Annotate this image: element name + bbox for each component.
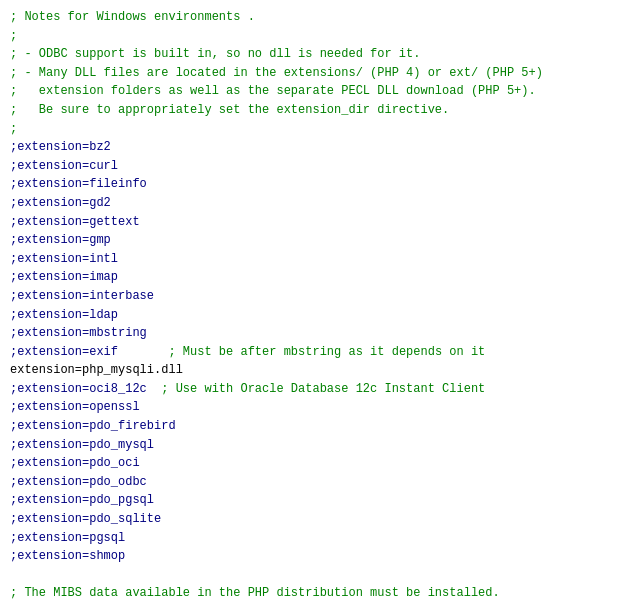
comment-line: ;	[10, 122, 17, 136]
inline-comment: ; Must be after mbstring as it depends o…	[118, 345, 485, 359]
directive-line: ;extension=pgsql	[10, 531, 125, 545]
comment-line: ; extension folders as well as the separ…	[10, 84, 536, 98]
comment-line: ; - Many DLL files are located in the ex…	[10, 66, 543, 80]
comment-line: ; Be sure to appropriately set the exten…	[10, 103, 449, 117]
directive-line: ;extension=shmop	[10, 549, 125, 563]
directive-line: ;extension=pdo_odbc	[10, 475, 147, 489]
directive-line: ;extension=fileinfo	[10, 177, 147, 191]
directive-line: ;extension=oci8_12c	[10, 382, 147, 396]
directive-line: ;extension=pdo_pgsql	[10, 493, 154, 507]
directive-line: ;extension=gd2	[10, 196, 111, 210]
directive-line: ;extension=imap	[10, 270, 118, 284]
directive-line: ;extension=pdo_firebird	[10, 419, 176, 433]
directive-line: ;extension=curl	[10, 159, 118, 173]
inline-comment: ; Use with Oracle Database 12c Instant C…	[147, 382, 485, 396]
comment-line: ;	[10, 29, 17, 43]
comment-line: ; - ODBC support is built in, so no dll …	[10, 47, 420, 61]
directive-line: ;extension=pdo_oci	[10, 456, 140, 470]
comment-line: ; Notes for Windows environments .	[10, 10, 255, 24]
active-directive-line: extension=php_mysqli.dll	[10, 363, 183, 377]
code-content: ; Notes for Windows environments . ; ; -…	[10, 8, 618, 600]
directive-line: ;extension=bz2	[10, 140, 111, 154]
directive-line: ;extension=interbase	[10, 289, 154, 303]
directive-line: ;extension=gettext	[10, 215, 140, 229]
directive-line: ;extension=exif	[10, 345, 118, 359]
directive-line: ;extension=openssl	[10, 400, 140, 414]
directive-line: ;extension=gmp	[10, 233, 111, 247]
directive-line: ;extension=ldap	[10, 308, 118, 322]
comment-line: ; The MIBS data available in the PHP dis…	[10, 586, 500, 600]
directive-line: ;extension=pdo_sqlite	[10, 512, 161, 526]
directive-line: ;extension=intl	[10, 252, 118, 266]
directive-line: ;extension=mbstring	[10, 326, 147, 340]
directive-line: ;extension=pdo_mysql	[10, 438, 154, 452]
